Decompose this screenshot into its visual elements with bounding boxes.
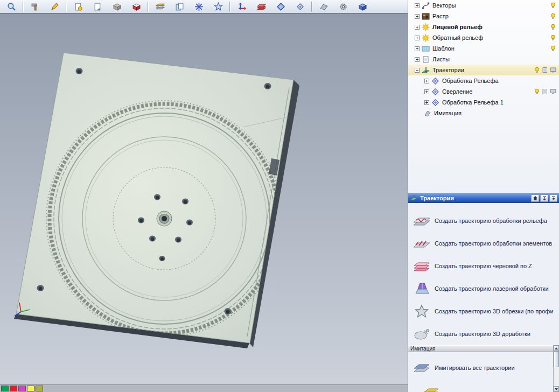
settings-button[interactable] — [333, 1, 353, 13]
expand-minus-icon[interactable] — [415, 68, 420, 73]
tree-item-back-relief[interactable]: Обратный рельеф — [408, 32, 559, 43]
diamond-tool-button[interactable] — [271, 1, 290, 13]
visibility-bulb-icon[interactable] — [550, 45, 556, 52]
palette-swatch[interactable] — [18, 386, 26, 391]
transform-tool-button[interactable] — [232, 1, 251, 13]
pencil-icon — [50, 2, 59, 11]
center-boss — [157, 211, 172, 226]
visibility-bulb-icon[interactable] — [534, 88, 540, 95]
diamond-outline-button[interactable] — [290, 1, 310, 13]
toolpath-item-icon — [431, 88, 439, 96]
open-model-button[interactable] — [88, 1, 107, 13]
copy-tool-button[interactable] — [170, 1, 189, 13]
toolbar-separator — [311, 2, 312, 12]
visibility-bulb-icon[interactable] — [534, 67, 540, 73]
rework-3d-icon — [413, 327, 432, 341]
project-tree: Векторы Растр Лицевой рельеф Обратный ре… — [408, 0, 559, 193]
tree-item-relief-machining[interactable]: Обработка Рельефа — [408, 75, 559, 86]
snowflake-tool-button[interactable] — [189, 1, 208, 13]
plane-tool-button[interactable] — [314, 1, 333, 13]
tree-item-toolpaths[interactable]: Траектории — [408, 65, 559, 75]
open-page-icon — [93, 2, 102, 11]
panel-rollup-button[interactable] — [549, 194, 557, 202]
feature-machining-icon — [413, 236, 432, 251]
zoom-tool-button[interactable] — [2, 1, 21, 13]
relief-layers-button[interactable] — [251, 1, 271, 13]
cmd-create-feature-toolpath[interactable]: Создать траекторию обработки элементов — [413, 232, 559, 255]
panel-collapse-button[interactable] — [540, 194, 548, 202]
tree-item-template[interactable]: Шаблон — [408, 43, 559, 54]
expand-plus-icon[interactable] — [415, 14, 420, 19]
toolpath-machine-icon[interactable] — [550, 67, 556, 73]
star-tool-button[interactable] — [208, 1, 228, 13]
tree-item-label: Векторы — [432, 2, 456, 9]
tree-item-front-relief[interactable]: Лицевой рельеф — [408, 22, 559, 32]
tree-item-vectors[interactable]: Векторы — [408, 0, 559, 11]
layers-tool-button[interactable] — [150, 1, 170, 13]
tree-item-raster[interactable]: Растр — [408, 11, 559, 22]
simulation-section-header: Имитация — [408, 345, 553, 352]
expand-plus-icon[interactable] — [415, 36, 420, 40]
tree-item-label: Траектории — [432, 67, 464, 73]
panel-scrollbar[interactable] — [553, 345, 559, 392]
tree-item-simulation[interactable]: Имитация — [408, 108, 559, 118]
palette-swatch[interactable] — [27, 386, 34, 391]
visibility-bulb-icon[interactable] — [550, 13, 556, 19]
cmd-create-3d-rework-toolpath[interactable]: Создать траекторию 3D доработки — [413, 323, 559, 345]
hammer-tool-button[interactable] — [25, 1, 45, 13]
toolbar-separator — [23, 2, 24, 12]
cmd-create-3d-cutout-toolpath[interactable]: Создать траекторию 3D обрезки (по профи — [413, 300, 559, 323]
transform-arrows-icon — [237, 2, 247, 11]
toolpath-machine-icon[interactable] — [550, 88, 556, 95]
panel-home-button[interactable] — [531, 194, 539, 202]
toolpath-commands-list: Создать траекторию обработки рельефа Соз… — [408, 203, 559, 345]
view-3d-button[interactable] — [353, 1, 372, 13]
cmd-label: Создать траекторию 3D обрезки (по профи — [435, 308, 554, 314]
new-model-button[interactable] — [68, 1, 88, 13]
visibility-bulb-icon[interactable] — [550, 24, 556, 30]
scroll-up-button[interactable] — [554, 345, 559, 351]
cmd-label: Создать траекторию 3D доработки — [435, 331, 530, 337]
cube-3d-icon — [358, 2, 367, 11]
palette-swatch[interactable] — [1, 386, 9, 391]
tree-item-drilling[interactable]: Сверление — [408, 86, 559, 97]
3d-viewport[interactable] — [0, 13, 408, 384]
visibility-bulb-icon[interactable] — [550, 34, 556, 41]
visibility-bulb-icon[interactable] — [550, 2, 556, 9]
scrollbar-thumb[interactable] — [554, 351, 559, 367]
gear-icon — [339, 2, 348, 11]
simulate-all-icon — [413, 361, 432, 375]
scrollbar-track[interactable] — [554, 351, 559, 386]
expand-plus-icon[interactable] — [415, 57, 420, 62]
diamond-outline-icon — [296, 2, 305, 11]
toolpath-sheet-icon[interactable] — [542, 67, 548, 73]
expand-plus-icon[interactable] — [424, 100, 429, 105]
cmd-simulate-all-toolpaths[interactable]: Имитировать все траектории — [413, 356, 553, 379]
palette-swatch[interactable] — [10, 386, 17, 391]
cmd-label: Создать траекторию черновой по Z — [435, 263, 532, 269]
cutout-3d-icon — [413, 304, 432, 319]
home-icon — [533, 195, 538, 201]
expand-plus-icon[interactable] — [415, 46, 420, 51]
tree-item-relief-machining-1[interactable]: Обработка Рельефа 1 — [408, 97, 559, 108]
cmd-create-zroughing-toolpath[interactable]: Создать траекторию черновой по Z — [413, 255, 559, 277]
expand-plus-icon[interactable] — [415, 3, 420, 8]
tree-item-label: Обработка Рельефа 1 — [442, 99, 504, 106]
toolpath-item-icon — [431, 77, 439, 85]
scroll-down-button[interactable] — [554, 386, 559, 392]
palette-swatch[interactable] — [36, 386, 43, 391]
cmd-create-laser-toolpath[interactable]: Создать траекторию лазерной обработки — [413, 277, 559, 300]
material-tool-button[interactable] — [127, 1, 146, 13]
toolpath-sheet-icon[interactable] — [542, 88, 548, 95]
cmd-partial-next[interactable] — [422, 379, 553, 392]
material-cube-icon — [132, 2, 141, 11]
expand-plus-icon[interactable] — [424, 79, 429, 83]
cmd-create-relief-toolpath[interactable]: Создать траекторию обработки рельефа — [413, 209, 559, 232]
tree-item-sheets[interactable]: Листы — [408, 54, 559, 65]
simulation-extra-icon — [422, 383, 442, 392]
expand-plus-icon[interactable] — [424, 89, 429, 94]
expand-plus-icon[interactable] — [415, 25, 420, 30]
pencil-tool-button[interactable] — [45, 1, 64, 13]
tree-item-label: Обратный рельеф — [432, 34, 483, 41]
block-tool-button[interactable] — [107, 1, 127, 13]
